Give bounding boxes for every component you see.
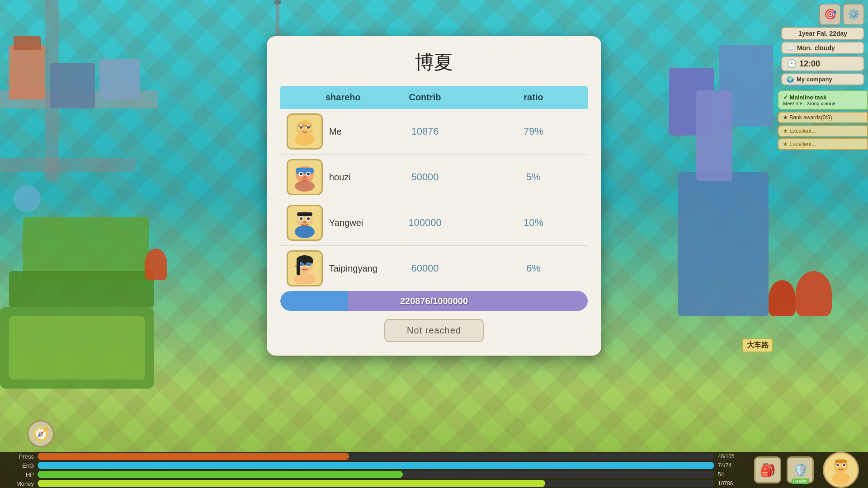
tree (769, 280, 796, 316)
shareholders-dialog: 博夏 shareho Contrib ratio (267, 36, 601, 356)
press-bar-bg (38, 453, 714, 460)
weather-condition: cloudy (815, 44, 835, 52)
company-name: My company (797, 76, 832, 83)
svg-rect-8 (298, 126, 304, 127)
player-name-me: Me (329, 127, 342, 137)
svg-point-21 (295, 225, 315, 238)
player-name-taipingyang: Taipingyang (329, 263, 377, 274)
mainline-task-label: ✓ Mainline task (783, 94, 863, 101)
bank-awards-label: ★ Bank awards(0/3) (783, 114, 832, 121)
hp-bar-bg (38, 471, 714, 478)
table-row: Me 10876 79% (280, 109, 588, 155)
avatar-yangwei (287, 205, 323, 241)
svg-point-17 (302, 176, 307, 179)
table-body: Me 10876 79% (280, 109, 588, 291)
press-row: Press 48/105 (9, 453, 745, 460)
clock-row: 🕐 12:00 (781, 56, 864, 71)
park (23, 217, 149, 280)
contrib-yangwei: 100000 (371, 217, 479, 229)
table-header: shareho Contrib ratio (280, 86, 588, 109)
svg-point-15 (300, 173, 302, 175)
player-avatar-bottom[interactable] (823, 452, 859, 488)
tower-top (274, 0, 281, 5)
avatar-me (287, 113, 323, 150)
hp-value: 54 (718, 471, 745, 478)
compass-btn[interactable]: 🧭 (27, 420, 54, 447)
hp-bar-fill (38, 471, 403, 478)
money-bar-bg (38, 480, 714, 487)
company-row[interactable]: 🌍 My company (781, 73, 864, 85)
mainline-task[interactable]: ✓ Mainline task Meet me - Xiong xiaoge (778, 90, 868, 110)
svg-point-24 (300, 217, 302, 220)
bank-awards[interactable]: ★ Bank awards(0/3) (778, 112, 868, 123)
money-row: Money 10786 (9, 480, 745, 487)
avatar-name-cell-yangwei: Yangwei (280, 200, 371, 245)
avatar-houzi (287, 159, 323, 195)
right-tasks-panel: ✓ Mainline task Meet me - Xiong xiaoge ★… (778, 90, 868, 151)
road (0, 158, 136, 172)
money-value: 10786 (718, 480, 745, 487)
fountain (14, 185, 41, 212)
svg-point-2 (295, 133, 315, 145)
park (9, 271, 154, 307)
svg-point-16 (307, 173, 310, 175)
date-badge: 1year Fal. 22day (781, 27, 864, 40)
eng-label: EnG (9, 462, 34, 469)
avatar-taipingyang (287, 250, 323, 286)
svg-point-44 (832, 472, 850, 485)
svg-rect-49 (835, 464, 839, 465)
top-icons-row: 🎯 ⚙️ (778, 0, 868, 27)
svg-rect-27 (297, 212, 312, 216)
svg-rect-39 (304, 264, 306, 265)
eng-row: EnG 74/74 (9, 462, 745, 469)
svg-rect-51 (835, 460, 847, 463)
road-sign: 大车路 (742, 338, 773, 352)
contrib-houzi: 50000 (371, 171, 479, 183)
ratio-houzi: 5% (479, 171, 588, 183)
player-name-houzi: houzi (329, 172, 351, 183)
table-row: Taipingyang 60000 6% (280, 246, 588, 291)
header-shareho: shareho (280, 86, 371, 109)
svg-rect-9 (306, 126, 311, 127)
not-reached-button[interactable]: Not reached (384, 319, 484, 342)
press-bar-fill (38, 453, 349, 460)
globe-icon: 🌍 (787, 76, 794, 83)
progress-fill-blue (280, 291, 348, 311)
dialog-title: 博夏 (280, 50, 588, 75)
building-tall (678, 172, 769, 316)
stadium-inner (9, 316, 145, 380)
weather-day: Mon. (797, 44, 812, 52)
excellent-label-2: ★ Excellent... (783, 141, 816, 147)
ratio-me: 79% (479, 126, 588, 137)
svg-point-25 (307, 217, 310, 220)
ratio-taipingyang: 6% (479, 263, 588, 274)
hp-label: HP (9, 471, 34, 478)
settings-icon-btn[interactable]: ⚙️ (843, 4, 864, 25)
eng-bar-fill (38, 462, 714, 469)
press-label: Press (9, 453, 34, 460)
svg-rect-38 (306, 263, 311, 266)
eng-value: 74/74 (718, 462, 745, 469)
weather-row: ☁️ Mon. cloudy (781, 42, 864, 54)
bag-button[interactable]: 🎒 (754, 456, 781, 483)
bag-icon: 🎒 (760, 463, 776, 478)
tree (145, 249, 167, 280)
player-name-yangwei: Yangwei (329, 218, 363, 228)
eng-bar-bg (38, 462, 714, 469)
building (50, 63, 95, 108)
clock-icon: 🕐 (787, 59, 797, 69)
table-row: Yangwei 100000 10% (280, 200, 588, 246)
shield-button[interactable]: 🛡️ Healthy (787, 456, 814, 483)
svg-rect-12 (296, 168, 314, 174)
avatar-name-cell-houzi: houzi (280, 155, 371, 200)
compass-icon: 🧭 (33, 427, 49, 441)
target-icon-btn[interactable]: 🎯 (819, 4, 841, 25)
contrib-taipingyang: 60000 (371, 263, 479, 274)
contrib-me: 10876 (371, 126, 479, 137)
excellent-badge-1[interactable]: ★ Excellent... (778, 125, 868, 137)
excellent-badge-2[interactable]: ★ Excellent... (778, 138, 868, 150)
shield-icon: 🛡️ (793, 463, 808, 478)
excellent-label-1: ★ Excellent... (783, 128, 816, 134)
table-row: houzi 50000 5% (280, 155, 588, 200)
top-right-panel: 🎯 ⚙️ 1year Fal. 22day ☁️ Mon. cloudy 🕐 1… (778, 0, 868, 87)
